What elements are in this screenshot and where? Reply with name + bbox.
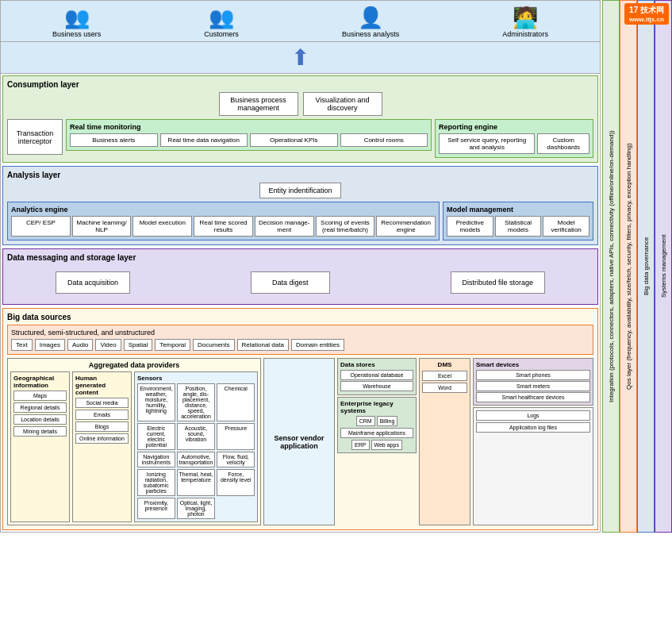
analysis-layer: Analysis layer Entity indentification An…	[2, 166, 598, 245]
audio-box: Audio	[67, 339, 93, 351]
emails-box: Emails	[75, 410, 129, 420]
analysts-icon: 👤	[358, 6, 383, 30]
proximity-box: Proximity, presence	[137, 498, 175, 519]
sensors-block: Sensors Environment, weather, moisture, …	[134, 371, 258, 522]
smart-devices-block: Smart devices Smart phones Smart meters …	[473, 358, 593, 406]
data-stores-col: Data stores Operational database Warehou…	[337, 358, 417, 525]
transaction-interceptor-box: Transaction interceptor	[7, 119, 63, 155]
bpm-box: Business process management	[219, 92, 298, 116]
data-messaging-layer: Data messaging and storage layer Data ac…	[2, 248, 598, 305]
webapps-box: Web apps	[371, 440, 402, 450]
s8: Themal, heat, temperature	[177, 469, 216, 496]
geo-title: Geographical information	[13, 375, 67, 389]
excel-box: Excel	[422, 371, 467, 381]
entity-box: Entity indentification	[259, 183, 340, 198]
billing-box: Billing	[377, 416, 398, 426]
up-down-arrow: ⬆	[291, 44, 309, 71]
video-box: Video	[95, 339, 121, 351]
ml-box: Machine learning/ NLP	[72, 216, 132, 237]
warehouse-box: Warehouse	[340, 381, 413, 391]
location-box: Location details	[13, 414, 67, 425]
watermark-line1: 17 技术网	[629, 5, 664, 16]
logs-box: Logs	[476, 410, 590, 421]
analytics-engine-title: Analytics engine	[11, 206, 436, 214]
dms-title: DMS	[422, 361, 467, 368]
social-media-box: Social media	[75, 398, 129, 408]
rtm-block: Real time monitoring Business alerts Rea…	[66, 119, 432, 151]
qos-label: Qos layer (frequency, availability, size…	[620, 0, 637, 533]
s9: Optical, light, imaging, photon	[177, 498, 216, 519]
cr-box: Control rooms	[340, 133, 428, 147]
smartmeters-box: Smart meters	[476, 381, 590, 391]
user-admins: 🧑‍💻 Administrators	[502, 6, 548, 38]
analysts-label: Business analysts	[342, 30, 399, 38]
mv-box: Model verification	[543, 216, 589, 237]
arrow-section: ⬆	[1, 42, 600, 74]
erp-box: ERP	[351, 440, 369, 450]
healthcare-box: Smart healthcare devices	[476, 392, 590, 402]
user-customers: 👥 Customers	[204, 6, 239, 38]
chemical-box: Chemical	[217, 383, 255, 421]
human-block: Human generated content Social media Ema…	[72, 371, 132, 522]
maps-box: Maps	[13, 391, 67, 401]
documents-box: Documents	[193, 339, 234, 351]
cep-box: CEP/ ESP	[11, 216, 71, 237]
analysis-layer-title: Analysis layer	[7, 171, 593, 179]
business-users-label: Business users	[52, 30, 101, 38]
s3: Electric current, electric potential	[137, 423, 175, 450]
rtm-title: Real time monitoring	[70, 123, 428, 131]
rtdn-box: Real time data navigation	[160, 133, 248, 147]
reporting-block: Reporting engine Self service query, rep…	[435, 119, 593, 158]
model-mgmt-title: Model management	[447, 206, 589, 214]
relational-box: Relational data	[237, 339, 289, 351]
dm-box: Decision manage-ment	[255, 216, 314, 237]
s2: Position, angle, dis-placement, distance…	[177, 383, 216, 421]
re-box: Recommendation engine	[376, 216, 436, 237]
customers-label: Customers	[204, 30, 239, 38]
force-box: Force, density level	[217, 469, 255, 496]
data-stores-block: Data stores Operational database Warehou…	[337, 358, 417, 395]
pm-box: Predictive models	[447, 216, 493, 237]
sensor-vendor-title: Sensor vendor application	[267, 434, 332, 450]
business-users-icon: 👥	[64, 6, 90, 30]
geo-block: Geographical information Maps Regional d…	[10, 371, 70, 522]
dfs-box: Distributed file storage	[451, 271, 546, 294]
big-data-gov-label: Big data governance	[637, 0, 655, 533]
aggregated-title: Aggregated data providers	[10, 361, 258, 369]
data-digest-box: Data digest	[251, 271, 330, 294]
regional-box: Regional details	[13, 402, 67, 413]
big-data-title: Big data sources	[7, 313, 593, 321]
se-box: Scoring of events (real time/batch)	[316, 216, 375, 237]
user-business: 👥 Business users	[52, 6, 101, 38]
analytics-engine-block: Analytics engine CEP/ ESP Machine learni…	[7, 202, 440, 240]
blogs-box: Blogs	[75, 421, 129, 432]
vd-box: Visualization and discovery	[303, 92, 382, 116]
consumption-layer-title: Consumption layer	[7, 80, 593, 89]
model-mgmt-block: Model management Predictive models Stati…	[443, 202, 593, 240]
crm-box: CRM	[356, 416, 375, 426]
business-alerts-box: Business alerts	[70, 133, 158, 147]
data-acquisition-box: Data acquisition	[56, 271, 130, 294]
sensor-vendor-block: Sensor vendor application	[263, 358, 335, 525]
customers-icon: 👥	[209, 6, 234, 30]
integration-label: Integration (protocols, connectors, adap…	[602, 0, 620, 533]
kpi-box: Operational KPIs	[250, 133, 338, 147]
me-box: Model execution	[132, 216, 192, 237]
rtsr-box: Real time scored results	[194, 216, 253, 237]
sensors-title: Sensors	[137, 375, 255, 382]
op-db-box: Operational database	[340, 370, 413, 380]
text-box: Text	[11, 339, 33, 351]
s5: Navigation instruments	[137, 452, 175, 467]
s1: Environment, weather, moisture, humility…	[137, 383, 175, 421]
smart-logs-col: Smart devices Smart phones Smart meters …	[473, 358, 593, 525]
watermark-line2: www.itjs.cn	[629, 16, 664, 23]
smart-devices-title: Smart devices	[476, 361, 590, 368]
users-section: 👥 Business users 👥 Customers 👤 Business …	[1, 1, 600, 42]
reporting-title: Reporting engine	[439, 123, 589, 131]
data-stores-title: Data stores	[340, 361, 413, 368]
temporal-box: Temporal	[155, 339, 190, 351]
logs-block: Logs Application log files	[473, 407, 593, 525]
dms-block: DMS Excel Word	[419, 358, 470, 525]
domain-box: Domain entities	[291, 339, 344, 351]
s7: Ionizing radiation, subatomic particles	[137, 469, 175, 496]
